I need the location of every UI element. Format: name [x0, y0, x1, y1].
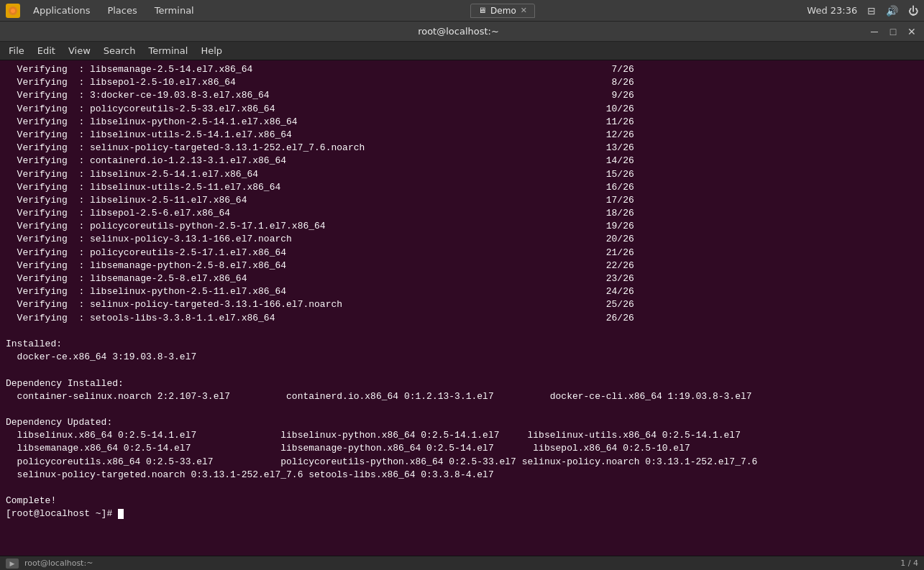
tab-label: Demo — [490, 6, 516, 16]
statusbar-right: 1 / 4 — [900, 558, 918, 568]
taskbar-left: Applications Places Terminal — [6, 4, 198, 18]
gnome-icon — [6, 4, 20, 18]
svg-point-1 — [11, 9, 15, 13]
power-icon[interactable]: ⏻ — [908, 5, 918, 17]
taskbar-right: Wed 23:36 ⊟ 🔊 ⏻ — [807, 5, 918, 17]
statusbar-left: ▶ root@localhost:~ — [6, 558, 93, 569]
terminal-controls: ─ □ ✕ — [868, 25, 918, 38]
taskbar: Applications Places Terminal 🖥 Demo ✕ We… — [0, 0, 924, 22]
volume-icon[interactable]: 🔊 — [886, 5, 898, 17]
applications-menu[interactable]: Applications — [29, 4, 94, 17]
menu-search[interactable]: Search — [98, 44, 142, 58]
statusbar: ▶ root@localhost:~ 1 / 4 — [0, 556, 924, 570]
tab-icon: 🖥 — [478, 6, 486, 15]
terminal-titlebar: root@localhost:~ ─ □ ✕ — [0, 22, 924, 42]
menu-view[interactable]: View — [63, 44, 96, 58]
terminal-menubar: File Edit View Search Terminal Help — [0, 42, 924, 60]
maximize-button[interactable]: □ — [887, 25, 900, 38]
close-button[interactable]: ✕ — [905, 25, 918, 38]
menu-help[interactable]: Help — [195, 44, 228, 58]
terminal-cursor — [118, 509, 124, 519]
statusbar-text: root@localhost:~ — [24, 558, 93, 568]
clock: Wed 23:36 — [807, 5, 857, 16]
terminal-content[interactable]: Verifying : libsemanage-2.5-14.el7.x86_6… — [0, 60, 924, 556]
terminal-window: root@localhost:~ ─ □ ✕ File Edit View Se… — [0, 22, 924, 570]
menu-file[interactable]: File — [3, 44, 30, 58]
network-icon[interactable]: ⊟ — [867, 5, 876, 17]
taskbar-center: 🖥 Demo ✕ — [470, 4, 535, 18]
terminal-status-icon: ▶ — [6, 558, 19, 569]
menu-terminal[interactable]: Terminal — [142, 44, 193, 58]
minimize-button[interactable]: ─ — [868, 25, 881, 38]
demo-tab[interactable]: 🖥 Demo ✕ — [470, 4, 535, 18]
tab-close-button[interactable]: ✕ — [521, 6, 527, 15]
places-menu[interactable]: Places — [103, 4, 141, 17]
menu-edit[interactable]: Edit — [32, 44, 61, 58]
terminal-menu[interactable]: Terminal — [150, 4, 198, 17]
terminal-title: root@localhost:~ — [49, 26, 868, 37]
